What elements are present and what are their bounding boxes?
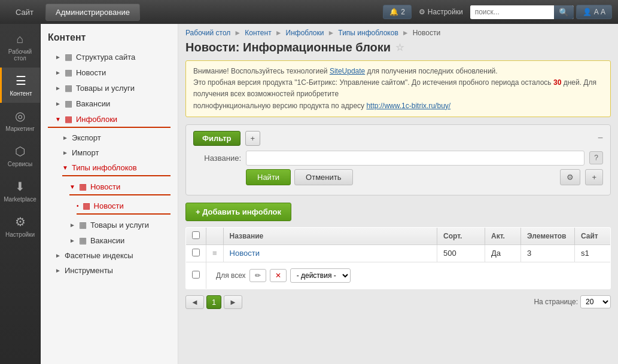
- col-elements: Элементов: [521, 227, 575, 244]
- breadcrumb-desktop[interactable]: Рабочий стол: [185, 29, 230, 37]
- per-page-select[interactable]: 20 50 100: [580, 295, 611, 308]
- page-title-text: Новости: Информационные блоки: [185, 41, 391, 54]
- col-active: Акт.: [485, 227, 521, 244]
- buy-link[interactable]: http://www.1c-bitrix.ru/buy/: [366, 102, 450, 110]
- sidebar-item-export[interactable]: ► Экспорт: [41, 130, 178, 145]
- sep4: ►: [402, 29, 409, 37]
- services-label: Сервисы: [8, 161, 32, 167]
- bulk-edit-button[interactable]: ✏: [249, 269, 266, 282]
- alert-days: 30: [553, 78, 561, 87]
- marketplace-icon: ⬇: [15, 179, 25, 194]
- sidebar-item-instruments[interactable]: ► Инструменты: [41, 263, 178, 278]
- add-infoblock-button[interactable]: + Добавить инфоблок: [185, 203, 291, 221]
- notifications-button[interactable]: 🔔 2: [383, 5, 412, 19]
- sidebar: Контент ► ▦ Структура сайта ► ▦ Новости …: [41, 24, 178, 364]
- user-menu-button[interactable]: 👤 А А: [576, 5, 612, 19]
- row-site-cell: s1: [575, 244, 611, 262]
- bulk-checkbox[interactable]: [192, 271, 200, 279]
- filter-plus-button[interactable]: +: [585, 169, 603, 185]
- filter-panel: Фильтр + − Название: ? Найти Отменить ⚙ …: [185, 124, 611, 195]
- row-active-cell: Да: [485, 244, 521, 262]
- sidebar-item-faceted[interactable]: ► Фасетные индексы: [41, 248, 178, 263]
- sidebar-item-import[interactable]: ► Импорт: [41, 145, 178, 160]
- filter-find-button[interactable]: Найти: [246, 169, 291, 185]
- sidebar-item-label: Фасетные индексы: [65, 251, 133, 260]
- col-sort: Сорт.: [437, 227, 485, 244]
- services-icon: ⬡: [15, 144, 25, 158]
- sidebar-item-label: Вакансии: [90, 236, 124, 245]
- content-icon: ☰: [16, 74, 26, 88]
- sidebar-item-marketing[interactable]: ◎ Маркетинг: [0, 103, 40, 138]
- alert-text3: Это пробная версия продукта "1С-Битрикс:…: [193, 78, 553, 87]
- bulk-action-select[interactable]: - действия -: [290, 268, 351, 283]
- search-submit-button[interactable]: 🔍: [554, 5, 574, 19]
- content-label: Контент: [10, 90, 32, 97]
- sidebar-item-news-top[interactable]: ► ▦ Новости: [41, 65, 178, 80]
- settings-nav-button[interactable]: ⚙ Настройки: [414, 5, 468, 19]
- news-icon: ▦: [65, 68, 72, 77]
- sidebar-item-news-type[interactable]: ▼ ▦ Новости: [41, 179, 178, 194]
- vacancies-icon: ▦: [65, 99, 72, 108]
- favorite-star-icon[interactable]: ☆: [395, 42, 404, 53]
- alert-box: Внимание! Воспользуйтесь технологией Sit…: [185, 60, 611, 117]
- sidebar-item-settings[interactable]: ⚙ Настройки: [0, 209, 40, 244]
- bulk-row: Для всех ✏ ✕ - действия -: [212, 266, 604, 285]
- filter-actions-row: Найти Отменить ⚙ +: [193, 169, 603, 185]
- marketing-icon: ◎: [15, 109, 25, 123]
- sidebar-item-vacancies[interactable]: ► ▦ Вакансии: [41, 96, 178, 111]
- icon-navigation: ⌂ Рабочий стол ☰ Контент ◎ Маркетинг ⬡ С…: [0, 24, 41, 364]
- col-site: Сайт: [575, 227, 611, 244]
- select-all-checkbox[interactable]: [192, 231, 200, 239]
- sidebar-item-infoblock-types[interactable]: ▼ Типы инфоблоков: [41, 160, 178, 175]
- row-name-cell: Новости: [223, 244, 437, 262]
- search-input[interactable]: [470, 5, 554, 19]
- data-table: Название Сорт. Акт. Элементов Сайт ≡ Нов…: [185, 227, 611, 289]
- row-drag-cell: ≡: [206, 244, 224, 262]
- filter-name-input[interactable]: [246, 151, 584, 166]
- infoblocks-underline: [48, 127, 171, 128]
- filter-collapse-button[interactable]: −: [598, 133, 603, 143]
- desktop-icon: ⌂: [16, 32, 23, 46]
- arrow-icon: ►: [62, 149, 68, 156]
- row-name-link[interactable]: Новости: [230, 249, 260, 258]
- row-checkbox[interactable]: [192, 249, 200, 256]
- admin-button[interactable]: Администрирование: [45, 4, 140, 21]
- sidebar-item-desktop[interactable]: ⌂ Рабочий стол: [0, 26, 40, 68]
- pagination-prev-button[interactable]: ◄: [185, 295, 204, 309]
- filter-help-button[interactable]: ?: [589, 151, 603, 164]
- sidebar-item-services[interactable]: ⬡ Сервисы: [0, 138, 40, 173]
- breadcrumb-types[interactable]: Типы инфоблоков: [338, 29, 398, 37]
- sep2: ►: [275, 29, 282, 37]
- sidebar-item-news-child[interactable]: • ▦ Новости: [41, 198, 178, 213]
- sidebar-item-label: Новости: [94, 201, 124, 210]
- sidebar-item-structure[interactable]: ► ▦ Структура сайта: [41, 49, 178, 65]
- breadcrumb-infoblocks[interactable]: Инфоблоки: [286, 29, 324, 37]
- filter-gear-button[interactable]: ⚙: [560, 169, 580, 185]
- sidebar-item-goods[interactable]: ► ▦ Товары и услуги: [41, 80, 178, 96]
- breadcrumb-content[interactable]: Контент: [245, 29, 271, 37]
- pagination-next-button[interactable]: ►: [224, 295, 242, 309]
- sidebar-item-vacancies2[interactable]: ► ▦ Вакансии: [41, 233, 178, 248]
- sep3: ►: [327, 29, 334, 37]
- breadcrumb: Рабочий стол ► Контент ► Инфоблоки ► Тип…: [185, 29, 611, 37]
- sidebar-item-goods2[interactable]: ► ▦ Товары и услуги: [41, 217, 178, 233]
- pagination-page-1-button[interactable]: 1: [206, 295, 221, 309]
- sidebar-item-label: Вакансии: [76, 99, 110, 108]
- filter-cancel-button[interactable]: Отменить: [294, 169, 352, 185]
- bulk-delete-button[interactable]: ✕: [270, 269, 287, 282]
- sidebar-item-infoblocks[interactable]: ▼ ▦ Инфоблоки: [41, 111, 178, 127]
- filter-add-button[interactable]: +: [245, 131, 261, 146]
- row-checkbox-cell: [186, 244, 206, 262]
- sidebar-item-marketplace[interactable]: ⬇ Marketplace: [0, 173, 40, 209]
- site-update-link[interactable]: SiteUpdate: [330, 67, 365, 75]
- filter-title-button[interactable]: Фильтр: [193, 131, 240, 146]
- arrow-icon: ►: [55, 100, 61, 107]
- sidebar-item-content[interactable]: ☰ Контент: [0, 68, 40, 103]
- filter-name-label: Название:: [193, 154, 241, 163]
- main-layout: ⌂ Рабочий стол ☰ Контент ◎ Маркетинг ⬡ С…: [0, 24, 618, 364]
- drag-handle-icon[interactable]: ≡: [212, 249, 217, 258]
- sidebar-item-label: Товары и услуги: [90, 221, 149, 230]
- site-button[interactable]: Сайт: [6, 4, 43, 20]
- sidebar-item-label: Экспорт: [72, 133, 101, 142]
- arrow-icon: ►: [62, 134, 68, 141]
